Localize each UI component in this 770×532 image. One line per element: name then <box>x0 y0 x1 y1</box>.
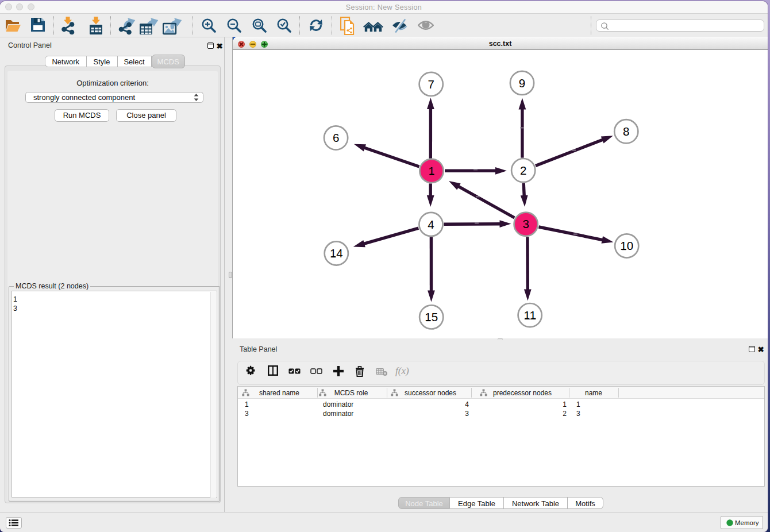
svg-text:11: 11 <box>524 309 536 322</box>
svg-text:f(x): f(x) <box>395 365 409 376</box>
svg-text:15: 15 <box>425 310 438 323</box>
svg-text:14: 14 <box>330 246 343 260</box>
svg-text:2: 2 <box>520 164 526 177</box>
svg-text:7: 7 <box>428 78 434 91</box>
svg-text:9: 9 <box>519 76 525 90</box>
svg-text:8: 8 <box>623 125 629 138</box>
svg-text:4: 4 <box>428 218 434 231</box>
svg-text:10: 10 <box>620 239 633 252</box>
svg-text:3: 3 <box>522 217 529 230</box>
svg-text:6: 6 <box>333 131 339 144</box>
svg-text:1: 1 <box>428 164 434 178</box>
